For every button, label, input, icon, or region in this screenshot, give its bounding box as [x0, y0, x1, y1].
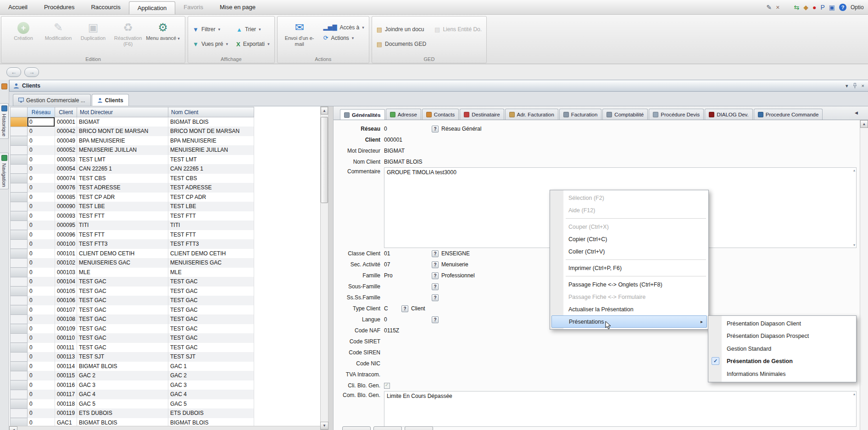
table-row[interactable]: 0000042BRICO MONT DE MARSANBRICO MONT DE…: [11, 127, 254, 136]
reactivation-button[interactable]: ♻ Réactivation (F6): [111, 18, 145, 47]
tab-proc-dure-devis[interactable]: Procédure Devis: [649, 109, 704, 120]
table-row[interactable]: 0000107TEST GACTEST GAC: [11, 305, 254, 315]
advanced-menu-button[interactable]: ⚙ Menu avancé ▾: [145, 18, 180, 47]
table-row[interactable]: 0000113TEST SJTTEST SJT: [11, 352, 254, 362]
creation-button[interactable]: + Création: [6, 18, 41, 47]
row-selector[interactable]: [11, 221, 28, 230]
field-value[interactable]: 0115Z: [384, 327, 432, 334]
column-header-nom-client[interactable]: Nom Client: [168, 107, 254, 117]
form-scrollbar[interactable]: ▲: [860, 120, 868, 430]
row-selector[interactable]: [11, 268, 28, 277]
row-selector[interactable]: [11, 202, 28, 211]
table-row[interactable]: 0000118GAC 5GAC 5: [11, 399, 254, 409]
tab-adresse[interactable]: Adresse: [386, 109, 421, 120]
row-selector[interactable]: [11, 211, 28, 221]
table-row[interactable]: 0000074TEST CBSTEST CBS: [11, 174, 254, 183]
table-row[interactable]: 0000106TEST GACTEST GAC: [11, 296, 254, 305]
row-selector[interactable]: [11, 136, 28, 146]
scroll-up-icon[interactable]: ▴: [853, 168, 855, 172]
p-icon[interactable]: P: [820, 4, 824, 11]
table-row[interactable]: 0000119ETS DUBOISETS DUBOIS: [11, 408, 254, 418]
help-icon[interactable]: ?: [839, 4, 846, 11]
help-button[interactable]: ?: [432, 283, 439, 290]
table-row[interactable]: 0000001BIGMATBIGMAT BLOIS: [11, 117, 254, 127]
shortcut-icon[interactable]: [1, 83, 7, 89]
help-button[interactable]: ?: [432, 126, 439, 132]
scroll-up-icon[interactable]: ▴: [853, 392, 855, 396]
image-icon[interactable]: ▣: [829, 4, 835, 11]
tab-g-n-ralit-s[interactable]: Généralités: [340, 109, 385, 120]
field-value[interactable]: 0: [384, 316, 432, 323]
forward-button[interactable]: →: [24, 67, 39, 77]
help-button[interactable]: ?: [432, 294, 439, 301]
filter-button[interactable]: ▼ Filtrer ▾: [193, 26, 228, 33]
field-textarea[interactable]: Limite En Cours Dépassée▴: [384, 391, 857, 427]
bottom-button[interactable]: [405, 426, 433, 430]
menu-item-pr-sentation-diapason-client[interactable]: Présentation Diapason Client: [709, 317, 855, 330]
table-row[interactable]: 0000104TEST GACTEST GAC: [11, 277, 254, 287]
tab-comptabilit[interactable]: Comptabilité: [602, 109, 648, 120]
field-value[interactable]: BIGMAT BLOIS: [384, 159, 432, 165]
menu-item-gestion-standard[interactable]: Gestion Standard: [709, 342, 855, 355]
attach-document-button[interactable]: ▤ Joindre un docu: [377, 26, 426, 33]
table-row[interactable]: 0000076TEST ADRESSETEST ADRESSE: [11, 183, 254, 193]
table-row[interactable]: 0000100TEST FTT3TEST FTT3: [11, 239, 254, 249]
menu-favoris[interactable]: Favoris: [175, 0, 211, 14]
help-button[interactable]: ?: [432, 272, 439, 279]
menu-item-aide-f12[interactable]: Aide (F12): [551, 204, 707, 216]
tab-adr-facturation[interactable]: Adr. Facturation: [505, 109, 558, 120]
help-button[interactable]: ?: [432, 261, 439, 268]
menu-item-actualiser-la-pr-sentation[interactable]: Actualiser la Présentation: [551, 303, 707, 315]
back-button[interactable]: ←: [6, 67, 21, 77]
table-row[interactable]: 0000105TEST GACTEST GAC: [11, 287, 254, 296]
help-button[interactable]: ?: [432, 250, 439, 257]
row-selector[interactable]: [11, 249, 28, 259]
menu-item-informations-minimales[interactable]: Informations Minimales: [709, 368, 855, 380]
row-selector[interactable]: [11, 277, 28, 287]
field-value[interactable]: C: [384, 305, 401, 312]
table-row[interactable]: 0000052MENUISERIE JUILLANMENUISERIE JUIL…: [11, 145, 254, 155]
menu-mise-en-page[interactable]: Mise en page: [211, 0, 264, 14]
tab-facturation[interactable]: Facturation: [559, 109, 602, 120]
help-button[interactable]: ?: [401, 305, 408, 312]
row-selector[interactable]: [11, 408, 28, 418]
scroll-up-icon[interactable]: ▲: [321, 107, 328, 115]
table-row[interactable]: 0000049BPA MENUISERIEBPA MENUISERIE: [11, 136, 254, 146]
scroll-up-icon[interactable]: ▲: [860, 120, 868, 128]
row-selector[interactable]: [11, 314, 28, 324]
table-row[interactable]: 0000102MENUISERIES GACMENUISERIES GAC: [11, 258, 254, 268]
row-selector[interactable]: [11, 164, 28, 174]
tab-contacts[interactable]: Contacts: [422, 109, 459, 120]
scroll-down-icon[interactable]: ▼: [320, 422, 328, 430]
edit-icon[interactable]: ✎: [767, 4, 772, 11]
preset-views-button[interactable]: ▼ Vues pré ▾: [193, 41, 228, 48]
entity-links-button[interactable]: ▤ Liens Entité Do.: [434, 26, 482, 33]
chevron-down-icon[interactable]: ▾: [846, 83, 848, 89]
table-row[interactable]: 0000115GAC 2GAC 2: [11, 371, 254, 380]
row-selector[interactable]: [11, 117, 28, 127]
field-value[interactable]: 07: [384, 261, 432, 268]
row-selector[interactable]: [11, 193, 28, 202]
menu-item-coller-ctrl-v[interactable]: Coller (Ctrl+V): [551, 245, 707, 258]
close-icon[interactable]: ×: [862, 83, 864, 88]
field-value[interactable]: BIGMAT: [384, 148, 432, 154]
menu-item-pr-sentations[interactable]: Présentations▸: [551, 315, 707, 328]
field-value[interactable]: 01: [384, 250, 432, 257]
table-row[interactable]: 0000103MLEMLE: [11, 268, 254, 277]
row-selector[interactable]: [11, 230, 28, 240]
column-header-reseau[interactable]: Réseau: [28, 107, 55, 117]
bottom-button[interactable]: [373, 426, 402, 430]
row-selector[interactable]: [11, 258, 28, 268]
column-header-client[interactable]: Client: [55, 107, 77, 117]
bottom-button[interactable]: [342, 426, 371, 430]
table-row[interactable]: 0000095TITITITI: [11, 221, 254, 230]
ged-documents-button[interactable]: ▤ Documents GED: [377, 41, 426, 48]
table-row[interactable]: 0000096TEST FTTTEST FTT: [11, 230, 254, 240]
table-row[interactable]: 0000090TEST LBETEST LBE: [11, 202, 254, 211]
sidebar-item-navigation[interactable]: Navigation: [0, 153, 9, 189]
menu-item-imprimer-ctrl-p-f6[interactable]: Imprimer (Ctrl+P, F6): [551, 262, 707, 274]
options-label[interactable]: Optio: [851, 4, 867, 11]
row-selector[interactable]: [11, 305, 28, 315]
delete-icon[interactable]: ×: [776, 4, 779, 11]
actions-button[interactable]: ⟳ Actions ▾: [323, 34, 364, 41]
